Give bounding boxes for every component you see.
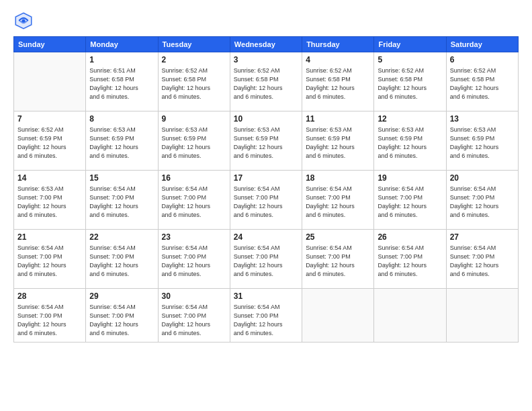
day-number: 12: [378, 113, 442, 125]
day-number: 5: [378, 54, 442, 66]
day-number: 20: [450, 173, 515, 184]
calendar-cell: 3Sunrise: 6:52 AM Sunset: 6:58 PM Daylig…: [230, 52, 302, 111]
calendar-cell: 14Sunrise: 6:53 AM Sunset: 7:00 PM Dayli…: [14, 171, 86, 230]
column-header-saturday: Saturday: [446, 37, 518, 52]
calendar-cell: 26Sunrise: 6:54 AM Sunset: 7:00 PM Dayli…: [374, 230, 446, 289]
calendar-week-3: 14Sunrise: 6:53 AM Sunset: 7:00 PM Dayli…: [14, 171, 519, 230]
header: [13, 11, 519, 31]
day-number: 25: [306, 232, 370, 243]
day-number: 21: [17, 232, 82, 243]
calendar-cell: 18Sunrise: 6:54 AM Sunset: 7:00 PM Dayli…: [302, 171, 374, 230]
calendar-week-2: 7Sunrise: 6:52 AM Sunset: 6:59 PM Daylig…: [14, 111, 519, 171]
day-info: Sunrise: 6:54 AM Sunset: 7:00 PM Dayligh…: [378, 185, 442, 220]
calendar-cell: 13Sunrise: 6:53 AM Sunset: 6:59 PM Dayli…: [446, 111, 518, 171]
day-number: 8: [89, 113, 154, 125]
calendar-cell: 20Sunrise: 6:54 AM Sunset: 7:00 PM Dayli…: [446, 171, 518, 230]
day-number: 29: [89, 291, 154, 302]
day-number: 9: [162, 113, 226, 125]
day-info: Sunrise: 6:52 AM Sunset: 6:58 PM Dayligh…: [378, 66, 442, 101]
calendar-cell: 24Sunrise: 6:54 AM Sunset: 7:00 PM Dayli…: [230, 230, 302, 289]
day-number: 19: [378, 173, 442, 184]
day-info: Sunrise: 6:54 AM Sunset: 7:00 PM Dayligh…: [162, 185, 226, 220]
day-info: Sunrise: 6:53 AM Sunset: 6:59 PM Dayligh…: [306, 126, 370, 161]
day-info: Sunrise: 6:54 AM Sunset: 7:00 PM Dayligh…: [306, 185, 370, 220]
day-info: Sunrise: 6:54 AM Sunset: 7:00 PM Dayligh…: [17, 303, 82, 338]
logo: [13, 11, 36, 31]
day-info: Sunrise: 6:52 AM Sunset: 6:58 PM Dayligh…: [162, 66, 226, 101]
day-info: Sunrise: 6:54 AM Sunset: 7:00 PM Dayligh…: [89, 185, 154, 220]
day-number: 22: [89, 232, 154, 243]
calendar-week-1: 1Sunrise: 6:51 AM Sunset: 6:58 PM Daylig…: [14, 52, 519, 111]
day-info: Sunrise: 6:54 AM Sunset: 7:00 PM Dayligh…: [89, 303, 154, 338]
calendar-cell: 1Sunrise: 6:51 AM Sunset: 6:58 PM Daylig…: [86, 52, 158, 111]
calendar-cell: 17Sunrise: 6:54 AM Sunset: 7:00 PM Dayli…: [230, 171, 302, 230]
calendar-cell: [14, 52, 86, 111]
calendar-cell: 23Sunrise: 6:54 AM Sunset: 7:00 PM Dayli…: [158, 230, 230, 289]
day-info: Sunrise: 6:54 AM Sunset: 7:00 PM Dayligh…: [306, 244, 370, 279]
day-info: Sunrise: 6:53 AM Sunset: 7:00 PM Dayligh…: [17, 185, 82, 220]
day-info: Sunrise: 6:53 AM Sunset: 6:59 PM Dayligh…: [234, 126, 298, 161]
day-number: 13: [450, 113, 515, 125]
day-number: 7: [17, 113, 82, 125]
column-header-sunday: Sunday: [14, 37, 86, 52]
day-number: 4: [306, 54, 370, 66]
day-number: 3: [234, 54, 298, 66]
calendar-cell: 30Sunrise: 6:54 AM Sunset: 7:00 PM Dayli…: [158, 289, 230, 342]
calendar-cell: 6Sunrise: 6:52 AM Sunset: 6:58 PM Daylig…: [446, 52, 518, 111]
calendar-week-5: 28Sunrise: 6:54 AM Sunset: 7:00 PM Dayli…: [14, 289, 519, 342]
calendar-cell: [302, 289, 374, 342]
calendar-cell: 22Sunrise: 6:54 AM Sunset: 7:00 PM Dayli…: [86, 230, 158, 289]
day-number: 18: [306, 173, 370, 184]
column-header-thursday: Thursday: [302, 37, 374, 52]
day-info: Sunrise: 6:54 AM Sunset: 7:00 PM Dayligh…: [378, 244, 442, 279]
calendar-cell: 2Sunrise: 6:52 AM Sunset: 6:58 PM Daylig…: [158, 52, 230, 111]
calendar-cell: 4Sunrise: 6:52 AM Sunset: 6:58 PM Daylig…: [302, 52, 374, 111]
calendar-header: SundayMondayTuesdayWednesdayThursdayFrid…: [14, 37, 519, 52]
svg-point-2: [22, 19, 26, 23]
calendar-cell: 15Sunrise: 6:54 AM Sunset: 7:00 PM Dayli…: [86, 171, 158, 230]
day-info: Sunrise: 6:53 AM Sunset: 6:59 PM Dayligh…: [378, 126, 442, 161]
day-number: 1: [89, 54, 154, 66]
day-info: Sunrise: 6:54 AM Sunset: 7:00 PM Dayligh…: [162, 303, 226, 338]
column-header-tuesday: Tuesday: [158, 37, 230, 52]
day-number: 14: [17, 173, 82, 184]
day-info: Sunrise: 6:54 AM Sunset: 7:00 PM Dayligh…: [450, 185, 515, 220]
day-info: Sunrise: 6:54 AM Sunset: 7:00 PM Dayligh…: [17, 244, 82, 279]
day-info: Sunrise: 6:53 AM Sunset: 6:59 PM Dayligh…: [89, 126, 154, 161]
day-info: Sunrise: 6:54 AM Sunset: 7:00 PM Dayligh…: [450, 244, 515, 279]
day-info: Sunrise: 6:52 AM Sunset: 6:59 PM Dayligh…: [17, 126, 82, 161]
calendar-cell: 27Sunrise: 6:54 AM Sunset: 7:00 PM Dayli…: [446, 230, 518, 289]
calendar-cell: 19Sunrise: 6:54 AM Sunset: 7:00 PM Dayli…: [374, 171, 446, 230]
day-info: Sunrise: 6:52 AM Sunset: 6:58 PM Dayligh…: [306, 66, 370, 101]
day-number: 30: [162, 291, 226, 302]
day-number: 15: [89, 173, 154, 184]
day-info: Sunrise: 6:53 AM Sunset: 6:59 PM Dayligh…: [162, 126, 226, 161]
day-number: 31: [234, 291, 298, 302]
calendar-cell: 5Sunrise: 6:52 AM Sunset: 6:58 PM Daylig…: [374, 52, 446, 111]
calendar-cell: [446, 289, 518, 342]
column-header-monday: Monday: [86, 37, 158, 52]
calendar-cell: 16Sunrise: 6:54 AM Sunset: 7:00 PM Dayli…: [158, 171, 230, 230]
day-number: 27: [450, 232, 515, 243]
day-info: Sunrise: 6:54 AM Sunset: 7:00 PM Dayligh…: [89, 244, 154, 279]
column-header-friday: Friday: [374, 37, 446, 52]
day-number: 11: [306, 113, 370, 125]
day-number: 17: [234, 173, 298, 184]
calendar-table: SundayMondayTuesdayWednesdayThursdayFrid…: [13, 36, 519, 342]
calendar-cell: 31Sunrise: 6:54 AM Sunset: 7:00 PM Dayli…: [230, 289, 302, 342]
calendar-cell: 7Sunrise: 6:52 AM Sunset: 6:59 PM Daylig…: [14, 111, 86, 171]
calendar-cell: 25Sunrise: 6:54 AM Sunset: 7:00 PM Dayli…: [302, 230, 374, 289]
day-info: Sunrise: 6:54 AM Sunset: 7:00 PM Dayligh…: [162, 244, 226, 279]
day-info: Sunrise: 6:52 AM Sunset: 6:58 PM Dayligh…: [450, 66, 515, 101]
calendar-cell: 28Sunrise: 6:54 AM Sunset: 7:00 PM Dayli…: [14, 289, 86, 342]
calendar-cell: 11Sunrise: 6:53 AM Sunset: 6:59 PM Dayli…: [302, 111, 374, 171]
day-number: 10: [234, 113, 298, 125]
column-header-wednesday: Wednesday: [230, 37, 302, 52]
day-number: 6: [450, 54, 515, 66]
day-number: 23: [162, 232, 226, 243]
calendar-cell: 8Sunrise: 6:53 AM Sunset: 6:59 PM Daylig…: [86, 111, 158, 171]
day-info: Sunrise: 6:51 AM Sunset: 6:58 PM Dayligh…: [89, 66, 154, 101]
day-number: 16: [162, 173, 226, 184]
day-info: Sunrise: 6:54 AM Sunset: 7:00 PM Dayligh…: [234, 303, 298, 338]
calendar-cell: 10Sunrise: 6:53 AM Sunset: 6:59 PM Dayli…: [230, 111, 302, 171]
